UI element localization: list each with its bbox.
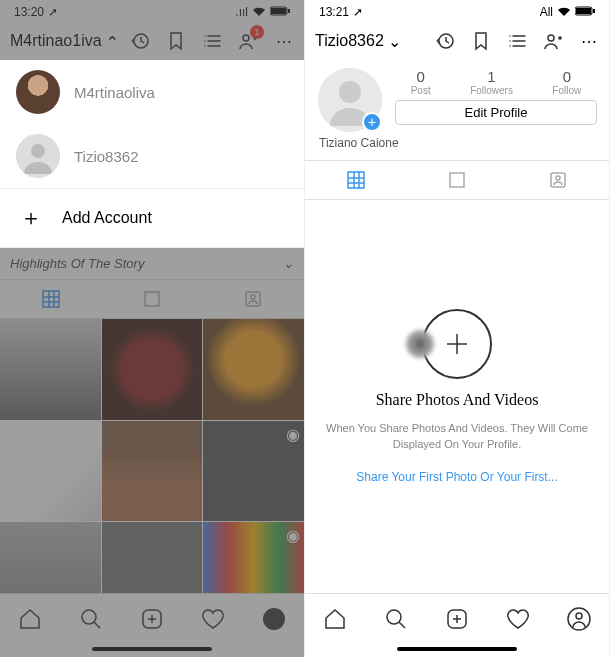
svg-rect-8 (145, 292, 159, 306)
location-icon: ➚ (353, 5, 363, 19)
svg-point-6 (31, 144, 45, 158)
profile-header: M4rtinao1iva ⌄ 1 ⋯ (0, 22, 304, 60)
tab-grid[interactable] (0, 280, 101, 318)
tab-tagged[interactable] (203, 280, 304, 318)
profile-tabs (305, 160, 609, 200)
chevron-down-icon: ⌄ (106, 32, 119, 51)
video-badge-icon: ◉ (83, 425, 97, 439)
wifi-icon (557, 5, 571, 19)
empty-state-title: Share Photos And Videos (376, 391, 539, 409)
more-icon[interactable]: ⋯ (579, 31, 599, 51)
stat-number: 0 (411, 68, 431, 85)
bookmark-icon[interactable] (166, 31, 186, 51)
grid-cell[interactable] (102, 319, 203, 420)
grid-cell[interactable] (102, 522, 203, 593)
phone-right: 13:21➚ All Tizio8362 ⌄ ⋯ + 0P (305, 0, 610, 657)
stat-label: Follow (552, 85, 581, 96)
profile-body: Highlights Of The Story ⌄ ◉ ◉ ◉ (0, 248, 304, 593)
profile-avatar[interactable]: + (318, 68, 382, 132)
nav-home[interactable] (17, 606, 43, 632)
grid-cell[interactable] (203, 319, 304, 420)
nav-home[interactable] (322, 606, 348, 632)
svg-point-20 (339, 81, 361, 103)
add-account-button[interactable]: ＋ Add Account (0, 188, 304, 248)
nav-search[interactable] (78, 606, 104, 632)
tab-grid[interactable] (305, 161, 406, 199)
chevron-down-icon: ⌄ (388, 32, 401, 51)
bookmark-icon[interactable] (471, 31, 491, 51)
svg-rect-1 (271, 8, 286, 14)
grid-cell[interactable]: ◉ (0, 421, 101, 522)
svg-rect-21 (348, 172, 364, 188)
empty-state: Share Photos And Videos When You Share P… (305, 200, 609, 593)
network-label: All (540, 5, 553, 19)
nav-activity[interactable] (505, 606, 531, 632)
account-switcher-panel: M4rtinaoliva Tizio8362 ＋ Add Account (0, 60, 304, 248)
grid-cell[interactable] (0, 319, 101, 420)
profile-header: Tizio8362 ⌄ ⋯ (305, 22, 609, 60)
status-bar: 13:21➚ All (305, 0, 609, 22)
bottom-nav (0, 593, 304, 643)
avatar (16, 70, 60, 114)
svg-point-24 (556, 176, 560, 180)
nav-profile[interactable] (261, 606, 287, 632)
stat-following[interactable]: 0Follow (552, 68, 581, 96)
more-icon[interactable]: ⋯ (274, 31, 294, 51)
empty-state-icon (422, 309, 492, 379)
nav-add[interactable] (444, 606, 470, 632)
stat-followers[interactable]: 1Followers (470, 68, 513, 96)
stat-label: Followers (470, 85, 513, 96)
discover-people-icon[interactable] (543, 31, 563, 51)
grid-cell[interactable]: ◉ (203, 421, 304, 522)
tab-tagged[interactable] (508, 161, 609, 199)
nav-activity[interactable] (200, 606, 226, 632)
add-story-plus-icon[interactable]: + (362, 112, 382, 132)
stat-posts[interactable]: 0Post (411, 68, 431, 96)
chevron-down-icon: ⌄ (283, 256, 294, 271)
svg-rect-2 (288, 9, 290, 13)
account-row[interactable]: Tizio8362 (0, 124, 304, 188)
home-indicator (397, 647, 517, 651)
svg-point-18 (548, 35, 554, 41)
video-badge-icon: ◉ (286, 526, 300, 540)
svg-rect-15 (576, 8, 591, 14)
edit-profile-button[interactable]: Edit Profile (395, 100, 597, 125)
highlights-header[interactable]: Highlights Of The Story ⌄ (0, 248, 304, 279)
notification-badge: 1 (250, 25, 264, 39)
tab-feed[interactable] (101, 280, 202, 318)
add-account-label: Add Account (62, 209, 152, 227)
discover-people-icon[interactable]: 1 (238, 31, 258, 51)
signal-icon: .ııl (235, 5, 248, 19)
account-row[interactable]: M4rtinaoliva (0, 60, 304, 124)
display-name: Tiziano Caione (305, 134, 609, 160)
account-name: M4rtinaoliva (74, 84, 155, 101)
nav-profile[interactable] (566, 606, 592, 632)
status-bar: 13:20➚ .ııl (0, 0, 304, 22)
list-icon[interactable] (507, 31, 527, 51)
svg-point-10 (251, 295, 255, 299)
account-name: Tizio8362 (74, 148, 138, 165)
avatar (16, 134, 60, 178)
header-username: Tizio8362 (315, 32, 384, 50)
username-dropdown[interactable]: Tizio8362 ⌄ (315, 32, 401, 51)
list-icon[interactable] (202, 31, 222, 51)
stat-number: 1 (470, 68, 513, 85)
grid-cell[interactable] (0, 522, 101, 593)
stat-number: 0 (552, 68, 581, 85)
nav-search[interactable] (383, 606, 409, 632)
svg-rect-7 (43, 291, 59, 307)
wifi-icon (252, 5, 266, 19)
grid-cell[interactable] (102, 421, 203, 522)
history-icon[interactable] (130, 31, 150, 51)
header-username: M4rtinao1iva (10, 32, 102, 50)
username-dropdown[interactable]: M4rtinao1iva ⌄ (10, 32, 119, 51)
history-icon[interactable] (435, 31, 455, 51)
grid-cell[interactable]: ◉ (203, 522, 304, 593)
location-icon: ➚ (48, 5, 58, 19)
battery-icon (575, 5, 595, 19)
svg-point-13 (263, 608, 285, 630)
share-first-link[interactable]: Share Your First Photo Or Your First... (356, 470, 557, 484)
nav-add[interactable] (139, 606, 165, 632)
tab-feed[interactable] (406, 161, 507, 199)
stat-label: Post (411, 85, 431, 96)
